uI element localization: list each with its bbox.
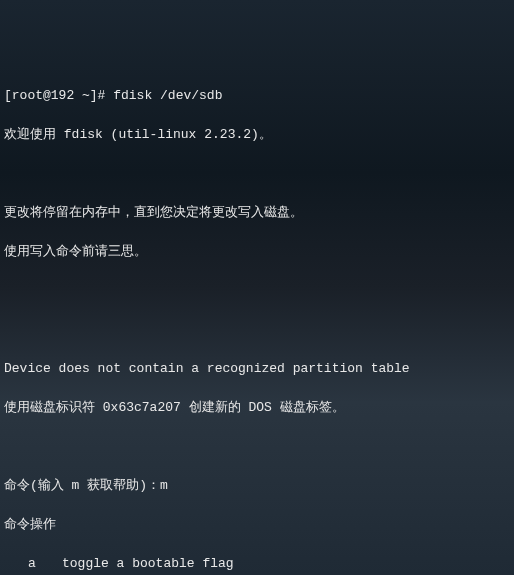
blank-line [4, 281, 510, 301]
notice-line-2: 使用写入命令前请三思。 [4, 242, 510, 262]
command-row: atoggle a bootable flag [4, 554, 510, 574]
command-desc: toggle a bootable flag [62, 554, 510, 574]
notice-line-1: 更改将停留在内存中，直到您决定将更改写入磁盘。 [4, 203, 510, 223]
help-header: 命令操作 [4, 515, 510, 535]
prompt-line: [root@192 ~]# fdisk /dev/sdb [4, 86, 510, 106]
help-prompt-text: 命令(输入 m 获取帮助)： [4, 478, 160, 493]
shell-prompt: [root@192 ~]# [4, 88, 113, 103]
commands-list: atoggle a bootable flagbedit bsd disklab… [4, 554, 510, 575]
typed-command: fdisk /dev/sdb [113, 88, 222, 103]
device-msg-line: Device does not contain a recognized par… [4, 359, 510, 379]
blank-line [4, 437, 510, 457]
help-input[interactable]: m [160, 478, 168, 493]
help-prompt-line: 命令(输入 m 获取帮助)：m [4, 476, 510, 496]
welcome-line: 欢迎使用 fdisk (util-linux 2.23.2)。 [4, 125, 510, 145]
disk-id-line: 使用磁盘标识符 0x63c7a207 创建新的 DOS 磁盘标签。 [4, 398, 510, 418]
blank-line [4, 320, 510, 340]
command-key: a [4, 554, 62, 574]
blank-line [4, 164, 510, 184]
